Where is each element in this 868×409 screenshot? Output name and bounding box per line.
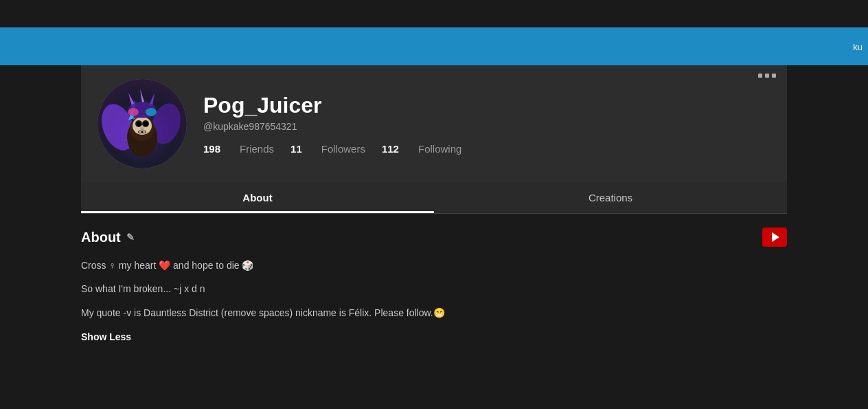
svg-point-9 bbox=[137, 122, 141, 126]
profile-section: Pog_Juicer @kupkake987654321 198 Friends… bbox=[81, 65, 787, 182]
youtube-button[interactable] bbox=[762, 228, 787, 247]
youtube-play-icon bbox=[772, 232, 779, 242]
about-title-row: About ✎ bbox=[81, 228, 787, 247]
profile-header: Pog_Juicer @kupkake987654321 198 Friends… bbox=[98, 79, 770, 168]
svg-point-15 bbox=[128, 108, 139, 116]
dot-icon bbox=[772, 74, 776, 78]
svg-point-10 bbox=[144, 122, 148, 126]
svg-point-17 bbox=[140, 127, 144, 130]
about-line3: My quote -v is Dauntless District (remov… bbox=[81, 305, 787, 320]
avatar bbox=[98, 79, 187, 168]
about-line2: So what I'm broken... ~j x d n bbox=[81, 281, 787, 296]
show-less-button[interactable]: Show Less bbox=[81, 331, 787, 342]
profile-info: Pog_Juicer @kupkake987654321 198 Friends… bbox=[203, 93, 770, 155]
profile-handle: @kupkake987654321 bbox=[203, 121, 770, 132]
nav-username: ku bbox=[853, 41, 863, 52]
friends-label: Friends bbox=[240, 143, 274, 155]
svg-rect-19 bbox=[139, 131, 141, 133]
about-title: About ✎ bbox=[81, 230, 135, 245]
friends-count: 198 bbox=[203, 143, 220, 155]
profile-stats: 198 Friends 11 Followers 112 Following bbox=[203, 143, 770, 155]
following-label: Following bbox=[418, 143, 461, 155]
dot-icon bbox=[758, 74, 762, 78]
tab-about[interactable]: About bbox=[81, 182, 434, 213]
about-section: About ✎ Cross ♀ my heart ❤️ and hope to … bbox=[81, 214, 787, 356]
top-bar bbox=[0, 0, 868, 27]
more-options-button[interactable] bbox=[758, 74, 776, 78]
blue-banner: ku bbox=[0, 27, 868, 65]
followers-label: Followers bbox=[321, 143, 365, 155]
followers-count: 11 bbox=[290, 143, 302, 155]
profile-username: Pog_Juicer bbox=[203, 93, 770, 118]
tabs-container: About Creations bbox=[81, 182, 787, 214]
tab-creations[interactable]: Creations bbox=[434, 182, 787, 213]
about-line1: Cross ♀ my heart ❤️ and hope to die 🎲 bbox=[81, 258, 787, 273]
edit-icon[interactable]: ✎ bbox=[126, 232, 135, 243]
dot-icon bbox=[765, 74, 769, 78]
about-text: Cross ♀ my heart ❤️ and hope to die 🎲 So… bbox=[81, 258, 787, 320]
following-count: 112 bbox=[382, 143, 399, 155]
svg-rect-20 bbox=[143, 131, 146, 133]
svg-point-16 bbox=[146, 108, 157, 116]
